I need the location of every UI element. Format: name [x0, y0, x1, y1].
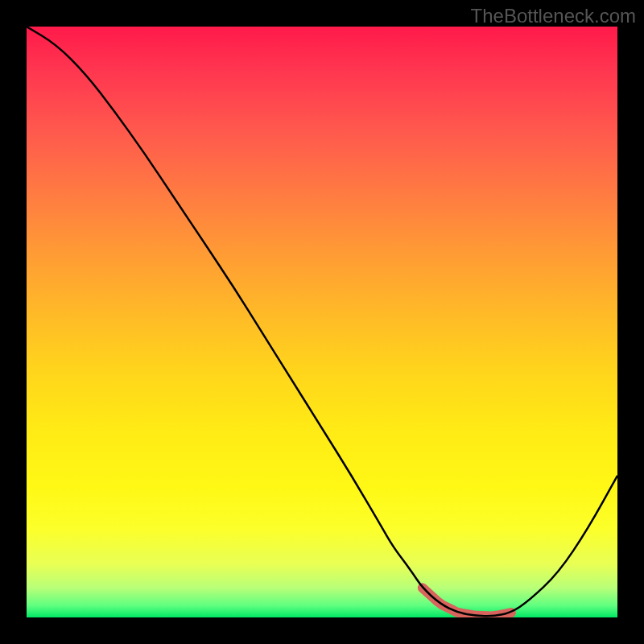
optimal-highlight	[423, 588, 511, 616]
curve-svg	[27, 27, 617, 617]
chart-plot-area	[27, 27, 617, 617]
watermark-text: TheBottleneck.com	[471, 5, 636, 27]
bottleneck-curve	[27, 27, 617, 616]
